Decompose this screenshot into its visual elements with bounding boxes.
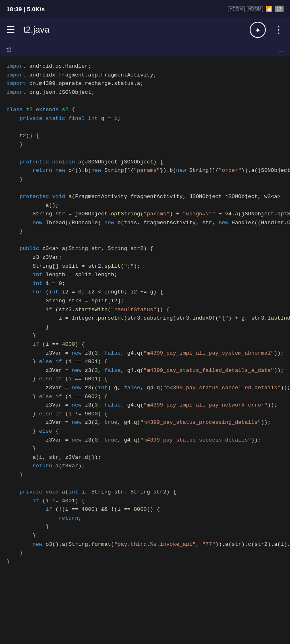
speed: 5.0K/s — [27, 6, 45, 12]
status-bar: 18:39 | 5.0K/s HDSIM HDSIM 📶 13 — [0, 0, 290, 18]
breadcrumb-dots: ... — [278, 46, 284, 53]
app-title: t2.java — [23, 25, 242, 35]
hamburger-icon[interactable]: ☰ — [6, 24, 15, 36]
breadcrumb-bar: t2 ... — [0, 42, 290, 56]
code-content: import android.os.Handler; import androi… — [0, 60, 290, 568]
separator: | — [24, 6, 27, 12]
battery-icon: 13 — [275, 6, 284, 12]
code-editor: import android.os.Handler; import androi… — [0, 56, 290, 644]
sim2-icon: HDSIM — [247, 6, 263, 12]
app-bar: ☰ t2.java ✦ ⋮ — [0, 18, 290, 42]
status-icons: HDSIM HDSIM 📶 13 — [228, 6, 284, 12]
more-options-icon[interactable]: ⋮ — [274, 24, 284, 36]
wifi-icon: 📶 — [265, 6, 272, 12]
status-time-speed: 18:39 | 5.0K/s — [6, 6, 45, 12]
compass-icon[interactable]: ✦ — [250, 22, 266, 38]
sim1-icon: HDSIM — [228, 6, 244, 12]
time: 18:39 — [6, 6, 22, 12]
breadcrumb-path: t2 — [6, 46, 11, 53]
